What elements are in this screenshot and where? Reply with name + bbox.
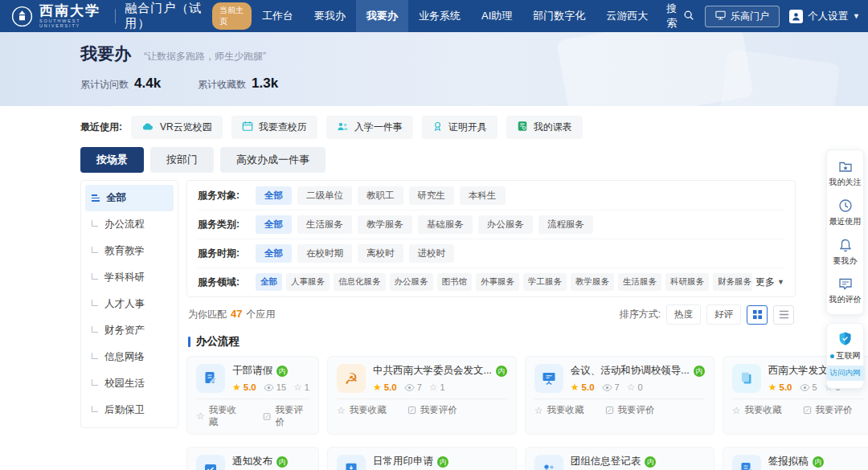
rate-button[interactable]: 我要评价 <box>803 404 853 416</box>
favorites-label: 累计收藏数 <box>198 78 246 92</box>
filter-option[interactable]: 信息化服务 <box>334 273 386 291</box>
nav-workbench[interactable]: 工作台 <box>252 0 304 32</box>
app-card-seal-application[interactable]: 日常用印申请 内 ★5.0 7 ☆0 ☆我要收藏 我要评价 <box>327 447 517 470</box>
recent-item-schedule[interactable]: 我的课表 <box>506 116 583 139</box>
filter-option[interactable]: 生活服务 <box>297 215 352 234</box>
app-card-meeting-coordination[interactable]: 会议、活动和协调校领导... 内 ★5.0 7 ☆0 ☆我要收藏 我要评价 <box>525 356 714 435</box>
filter-option[interactable]: 教学服务 <box>571 273 614 291</box>
nav-ask-me[interactable]: 要我办 <box>304 0 356 32</box>
nav-i-want[interactable]: 我要办 <box>356 0 408 32</box>
filter-label: 服务时期: <box>198 247 256 260</box>
nav-ai-assistant[interactable]: AI助理 <box>471 0 522 32</box>
collect-button[interactable]: ☆我要收藏 <box>732 404 782 416</box>
app-card-notice-publish[interactable]: 通知发布 内 ★5.0 10 ☆0 ☆我要收藏 我要评价 <box>186 447 319 470</box>
tab-one-thing[interactable]: 高效办成一件事 <box>220 147 326 173</box>
collect-star-icon: ☆ <box>732 405 741 416</box>
collect-button[interactable]: ☆我要收藏 <box>196 404 242 428</box>
filter-option[interactable]: 全部 <box>256 273 282 291</box>
category-finance-assets[interactable]: 财务资产 <box>85 317 174 344</box>
sort-by-rating-button[interactable]: 好评 <box>706 304 741 325</box>
filter-option[interactable]: 全部 <box>256 244 292 263</box>
notify-check-icon <box>196 455 225 470</box>
category-all[interactable]: 全部 <box>85 185 174 211</box>
rate-label: 我要评价 <box>618 404 655 416</box>
category-talent-hr[interactable]: 人才人事 <box>85 291 174 317</box>
favorite-icon: ☆ <box>293 382 302 393</box>
filter-option[interactable]: 学工服务 <box>523 273 567 291</box>
my-reviews-button[interactable]: 我的评价 <box>829 277 862 305</box>
filter-option[interactable]: 离校时 <box>358 244 403 263</box>
filter-option[interactable]: 外事服务 <box>476 273 519 291</box>
filter-option[interactable]: 人事服务 <box>286 273 330 291</box>
filter-option[interactable]: 图书馆 <box>437 273 473 291</box>
filter-option[interactable]: 生活服务 <box>618 273 661 291</box>
filter-option[interactable]: 办公服务 <box>478 215 533 234</box>
view-count: 5 <box>813 382 817 392</box>
copy-doc-icon <box>732 364 761 393</box>
category-campus-life[interactable]: 校园生活 <box>85 370 174 397</box>
nav-dept-digital[interactable]: 部门数字化 <box>522 0 596 32</box>
favorites-stat: 累计收藏数 1.3k <box>198 76 278 92</box>
search-button[interactable]: 搜索 <box>666 2 694 31</box>
rate-button[interactable]: 我要评价 <box>263 404 309 428</box>
network-panel: 互联网 访问内网 <box>826 323 864 389</box>
rate-button[interactable]: 我要评价 <box>407 404 457 416</box>
category-label: 人才人事 <box>104 297 145 311</box>
recent-item-label: 证明开具 <box>448 121 487 134</box>
filter-option[interactable]: 本科生 <box>460 186 506 205</box>
nav-business-systems[interactable]: 业务系统 <box>408 0 471 32</box>
recently-used-button[interactable]: 最近使用 <box>829 198 862 227</box>
filter-option[interactable]: 教职工 <box>358 186 403 205</box>
recent-item-enrollment[interactable]: 入学一件事 <box>326 116 413 139</box>
category-research[interactable]: 学科科研 <box>85 264 174 291</box>
section-office-flow: 办公流程 <box>188 334 794 349</box>
filter-option[interactable]: 二级单位 <box>297 186 352 205</box>
filter-option[interactable]: 在校时期 <box>297 244 352 263</box>
filter-option[interactable]: 基础服务 <box>418 215 473 234</box>
list-view-button[interactable] <box>773 305 794 325</box>
collect-button[interactable]: ☆我要收藏 <box>337 404 387 416</box>
category-label: 教育教学 <box>104 244 145 258</box>
star-icon: ★ <box>571 382 579 393</box>
sort-by-hot-button[interactable]: 热度 <box>666 304 701 325</box>
lego-portal-button[interactable]: 乐高门户 <box>705 6 780 27</box>
app-card-group-registration[interactable]: 团组信息登记表 内 ★5.0 6 ☆0 ☆我要收藏 我要评价 <box>525 447 714 470</box>
grid-view-button[interactable] <box>747 305 768 325</box>
avatar-icon <box>789 10 803 23</box>
filter-option[interactable]: 教学服务 <box>358 215 412 234</box>
category-office-flow[interactable]: 办公流程 <box>85 211 174 238</box>
rate-label: 我要评价 <box>816 404 853 416</box>
recent-item-certificate[interactable]: 证明开具 <box>422 116 497 139</box>
filter-option[interactable]: 全部 <box>256 215 292 234</box>
ask-me-button[interactable]: 要我办 <box>833 238 858 267</box>
collect-button[interactable]: ☆我要收藏 <box>534 404 584 416</box>
app-card-memo-draft[interactable]: 签报拟稿 内 ★5.0 6 ☆0 ☆我要收藏 我要评价 <box>723 447 868 470</box>
more-filters-button[interactable]: 更多 ▼ <box>755 276 784 289</box>
filter-option[interactable]: 办公服务 <box>390 273 433 291</box>
category-logistics-security[interactable]: 后勤保卫 <box>85 397 174 423</box>
profile-menu[interactable]: 个人设置 ▼ <box>789 10 860 23</box>
app-card-committee-document[interactable]: ☭ 中共西南大学委员会发文... 内 ★5.0 7 ☆1 <box>327 356 517 435</box>
cloud-icon <box>141 121 154 133</box>
app-title: 团组信息登记表 <box>571 455 641 468</box>
tab-by-scene[interactable]: 按场景 <box>80 147 144 173</box>
rate-button[interactable]: 我要评价 <box>605 404 655 416</box>
star-icon: ★ <box>232 382 241 393</box>
intranet-access-button[interactable]: 访问内网 <box>826 366 865 381</box>
filter-option[interactable]: 全部 <box>256 186 292 205</box>
category-info-network[interactable]: 信息网络 <box>85 344 174 370</box>
tab-by-department[interactable]: 按部门 <box>150 147 214 173</box>
recent-used-row: 最近使用: VR云览校园 我要查校历 入学一件事 证明开具 我的课表 <box>0 106 868 139</box>
nav-campus-tour[interactable]: 云游西大 <box>596 0 658 32</box>
recent-item-vr-campus[interactable]: VR云览校园 <box>131 116 223 139</box>
filter-option[interactable]: 科研服务 <box>665 273 709 291</box>
filter-row-audience: 服务对象: 全部 二级单位 教职工 研究生 本科生 <box>198 182 784 210</box>
recent-item-calendar[interactable]: 我要查校历 <box>231 116 317 139</box>
my-follows-button[interactable]: 我的关注 <box>829 159 862 188</box>
app-card-cadre-leave[interactable]: 干部请假 内 ★5.0 15 ☆1 ☆我要收藏 我要评价 <box>186 356 319 435</box>
filter-option[interactable]: 进校时 <box>409 244 455 263</box>
filter-option[interactable]: 财务服务 <box>713 273 752 291</box>
filter-option[interactable]: 研究生 <box>409 186 455 205</box>
filter-option[interactable]: 流程服务 <box>538 215 593 234</box>
category-education[interactable]: 教育教学 <box>85 238 174 264</box>
